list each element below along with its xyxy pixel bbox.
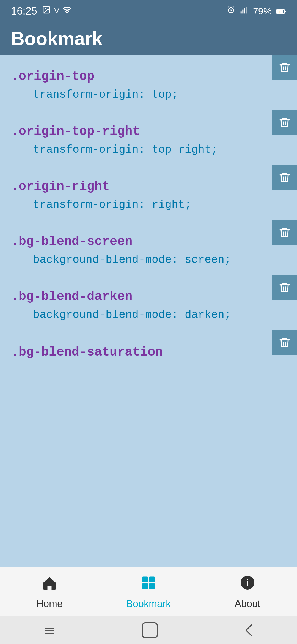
css-property-1: transform-origin: top; — [11, 89, 286, 101]
bookmark-item: .origin-top transform-origin: top; — [0, 55, 297, 110]
recent-apps-button[interactable] — [41, 625, 58, 636]
svg-rect-14 — [142, 576, 148, 582]
svg-point-1 — [45, 8, 46, 9]
css-selector-4: .bg-blend-screen — [11, 234, 286, 249]
css-selector-1: .origin-top — [11, 69, 286, 84]
svg-text:⚡: ⚡ — [277, 10, 281, 14]
svg-rect-11 — [285, 11, 286, 12]
css-property-2: transform-origin: top right; — [11, 144, 286, 156]
svg-line-4 — [228, 6, 229, 7]
battery-icon: ⚡ — [276, 6, 286, 17]
svg-rect-9 — [246, 7, 247, 13]
css-property-5: background-blend-mode: darken; — [11, 309, 286, 321]
bookmark-item: .bg-blend-saturation — [0, 330, 297, 374]
alarm-icon — [227, 6, 235, 17]
trash-icon — [279, 227, 291, 239]
svg-rect-8 — [244, 8, 245, 13]
status-left: 16:25 V — [11, 5, 72, 17]
info-icon: i — [239, 574, 256, 596]
signal-icon — [240, 6, 249, 17]
css-selector-5: .bg-blend-darken — [11, 290, 286, 304]
status-right: 79% ⚡ — [227, 6, 286, 17]
wifi-icon — [63, 6, 72, 17]
bookmark-grid-icon — [140, 574, 157, 596]
content-area: .origin-top transform-origin: top; .orig… — [0, 55, 297, 567]
svg-text:i: i — [246, 577, 249, 588]
delete-button-5[interactable] — [272, 275, 297, 300]
delete-button-3[interactable] — [272, 165, 297, 190]
image-icon — [42, 6, 51, 17]
svg-rect-6 — [241, 11, 242, 13]
back-button[interactable] — [242, 622, 256, 638]
v-badge-icon: V — [54, 7, 59, 15]
battery-text: 79% — [253, 6, 272, 17]
bookmark-item: .bg-blend-screen background-blend-mode: … — [0, 220, 297, 275]
svg-line-5 — [233, 6, 234, 7]
svg-rect-17 — [149, 583, 155, 589]
app-bar: Bookmark — [0, 22, 297, 55]
bookmark-item: .bg-blend-darken background-blend-mode: … — [0, 275, 297, 330]
home-icon — [41, 574, 58, 596]
trash-icon — [279, 337, 291, 349]
app-title: Bookmark — [11, 28, 103, 49]
nav-label-home: Home — [36, 598, 63, 610]
status-icons: V — [42, 6, 72, 17]
nav-item-home[interactable]: Home — [0, 574, 99, 610]
svg-rect-15 — [149, 576, 155, 582]
bookmark-item: .origin-top-right transform-origin: top … — [0, 110, 297, 165]
trash-icon — [279, 116, 291, 129]
trash-icon — [279, 282, 291, 294]
svg-point-2 — [67, 12, 68, 13]
svg-rect-23 — [142, 623, 157, 638]
css-selector-6: .bg-blend-saturation — [11, 345, 286, 359]
nav-item-about[interactable]: i About — [198, 574, 297, 610]
bookmark-item: .origin-right transform-origin: right; — [0, 165, 297, 220]
delete-button-6[interactable] — [272, 330, 297, 355]
delete-button-4[interactable] — [272, 220, 297, 245]
svg-rect-7 — [242, 10, 243, 14]
status-time: 16:25 — [11, 5, 37, 17]
svg-rect-16 — [142, 583, 148, 589]
system-nav — [0, 616, 297, 644]
bottom-nav: Home Bookmark i About — [0, 567, 297, 616]
status-bar: 16:25 V 79% ⚡ — [0, 0, 297, 22]
nav-label-bookmark: Bookmark — [126, 598, 171, 610]
nav-label-about: About — [235, 598, 260, 610]
css-selector-2: .origin-top-right — [11, 124, 286, 139]
css-property-3: transform-origin: right; — [11, 199, 286, 211]
delete-button-2[interactable] — [272, 110, 297, 135]
css-property-4: background-blend-mode: screen; — [11, 254, 286, 266]
delete-button-1[interactable] — [272, 55, 297, 80]
home-button[interactable] — [140, 621, 160, 640]
trash-icon — [279, 171, 291, 184]
trash-icon — [279, 61, 291, 73]
css-selector-3: .origin-right — [11, 179, 286, 194]
nav-item-bookmark[interactable]: Bookmark — [99, 574, 198, 610]
